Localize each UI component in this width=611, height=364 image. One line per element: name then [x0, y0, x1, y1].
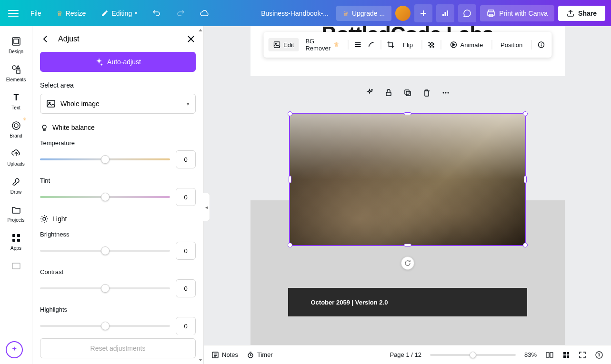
add-member-button[interactable]	[414, 4, 432, 22]
rail-draw[interactable]: Draw	[0, 172, 32, 198]
print-button[interactable]: Print with Canva	[480, 5, 554, 21]
delete-button[interactable]	[420, 86, 434, 100]
menu-icon[interactable]	[6, 6, 21, 21]
left-rail: Design Elements T Text ♛ Brand Uploads	[0, 26, 32, 364]
document-name[interactable]: Business-Handbook-...	[261, 10, 329, 17]
back-button[interactable]	[40, 34, 50, 44]
zoom-thumb[interactable]	[470, 352, 476, 358]
corner-icon[interactable]	[365, 39, 377, 50]
highlights-value[interactable]: 0	[176, 317, 196, 334]
lock-button[interactable]	[381, 86, 396, 100]
selected-image[interactable]	[289, 113, 526, 246]
slider-thumb[interactable]	[101, 246, 110, 255]
edit-button[interactable]: Edit	[268, 38, 299, 51]
page-indicator[interactable]: Page 1 / 12	[390, 351, 421, 358]
bg-remover-button[interactable]: BG Remover ♛	[300, 35, 344, 55]
collapse-panel-button[interactable]: ◂	[203, 193, 210, 221]
zoom-slider[interactable]	[430, 354, 516, 356]
brightness-value[interactable]: 0	[176, 242, 196, 260]
slider-thumb[interactable]	[101, 155, 110, 164]
rotate-handle[interactable]	[401, 256, 414, 270]
image-icon	[273, 41, 280, 49]
resize-handle-br[interactable]	[523, 243, 528, 247]
rail-text[interactable]: T Text	[0, 88, 32, 114]
comment-button[interactable]	[458, 4, 476, 22]
view-grid-button[interactable]	[562, 351, 570, 359]
tint-slider[interactable]	[40, 196, 170, 198]
rail-projects[interactable]: Projects	[0, 200, 32, 226]
crop-icon[interactable]	[385, 39, 396, 50]
contrast-slider[interactable]	[40, 287, 170, 289]
select-area-label: Select area	[40, 81, 196, 89]
scrollbar[interactable]	[199, 29, 202, 361]
adjust-panel: Adjust Auto-adjust Select area Whole ima…	[32, 26, 204, 364]
crown-icon: ♛	[343, 10, 349, 17]
auto-adjust-button[interactable]: Auto-adjust	[40, 52, 196, 72]
slider-thumb[interactable]	[101, 193, 110, 201]
resize-handle-left[interactable]	[289, 176, 291, 183]
uploads-icon	[10, 148, 22, 159]
resize-handle-tl[interactable]	[288, 111, 292, 116]
reset-adjustments-button[interactable]: Reset adjustments	[40, 338, 196, 358]
resize-button[interactable]: ♛ Resize	[51, 7, 92, 20]
svg-rect-26	[430, 43, 431, 45]
avatar[interactable]	[395, 6, 411, 21]
resize-handle-tr[interactable]	[523, 111, 528, 116]
cloud-sync-button[interactable]	[194, 7, 215, 20]
flip-button[interactable]: Flip	[398, 39, 418, 51]
duplicate-button[interactable]	[401, 86, 415, 100]
svg-rect-4	[488, 12, 494, 15]
contrast-value[interactable]: 0	[176, 279, 196, 297]
editing-dropdown[interactable]: Editing ▾	[95, 7, 143, 20]
position-button[interactable]: Position	[496, 39, 527, 51]
svg-rect-42	[546, 353, 549, 357]
comment-icon	[463, 9, 471, 18]
slider-thumb[interactable]	[101, 284, 110, 293]
info-icon[interactable]	[535, 39, 547, 50]
image-icon	[46, 99, 56, 108]
resize-handle-bottom[interactable]	[404, 244, 411, 246]
canvas-area[interactable]: BottledCode Labs BUSINESS HANDBOOK Edit …	[204, 26, 611, 364]
undo-button[interactable]	[147, 6, 167, 20]
select-area-dropdown[interactable]: Whole image ▾	[40, 94, 196, 114]
upgrade-button[interactable]: ♛ Upgrade ...	[336, 6, 391, 21]
resize-handle-bl[interactable]	[288, 243, 292, 247]
svg-rect-43	[550, 353, 553, 357]
more-button[interactable]	[439, 86, 453, 100]
tint-value[interactable]: 0	[176, 188, 196, 206]
rail-brand[interactable]: ♛ Brand	[0, 116, 32, 142]
magic-button[interactable]	[6, 341, 23, 358]
help-icon	[595, 351, 603, 359]
share-button[interactable]: Share	[558, 6, 605, 21]
file-button[interactable]: File	[25, 7, 47, 20]
resize-handle-right[interactable]	[524, 176, 527, 183]
transparency-icon[interactable]	[426, 39, 437, 50]
rail-elements[interactable]: Elements	[0, 60, 32, 86]
temperature-slider[interactable]	[40, 158, 170, 160]
resize-handle-top[interactable]	[404, 112, 411, 115]
redo-button[interactable]	[170, 6, 190, 20]
animate-button[interactable]: Animate	[445, 38, 488, 51]
rail-design[interactable]: Design	[0, 32, 32, 58]
highlights-slider[interactable]	[40, 325, 170, 327]
help-button[interactable]	[595, 351, 603, 359]
rail-apps[interactable]: Apps	[0, 228, 32, 255]
temperature-value[interactable]: 0	[176, 150, 196, 168]
crown-icon: ♛	[57, 10, 63, 17]
rail-uploads[interactable]: Uploads	[0, 144, 32, 170]
close-button[interactable]	[186, 34, 196, 44]
fullscreen-button[interactable]	[579, 351, 586, 359]
analytics-button[interactable]	[436, 4, 454, 22]
zoom-value[interactable]: 83%	[524, 351, 537, 358]
version-bar[interactable]: October 2059 | Version 2.0	[288, 288, 527, 316]
rail-more[interactable]	[0, 256, 32, 275]
timer-button[interactable]: Timer	[247, 351, 273, 359]
lines-icon[interactable]	[352, 39, 363, 50]
notes-button[interactable]: Notes	[211, 351, 238, 359]
view-scroll-button[interactable]	[545, 351, 554, 359]
brightness-slider[interactable]	[40, 250, 170, 252]
contrast-label: Contrast	[40, 268, 196, 275]
slider-thumb[interactable]	[101, 322, 110, 330]
regenerate-button[interactable]	[362, 86, 377, 100]
svg-rect-36	[406, 91, 411, 96]
